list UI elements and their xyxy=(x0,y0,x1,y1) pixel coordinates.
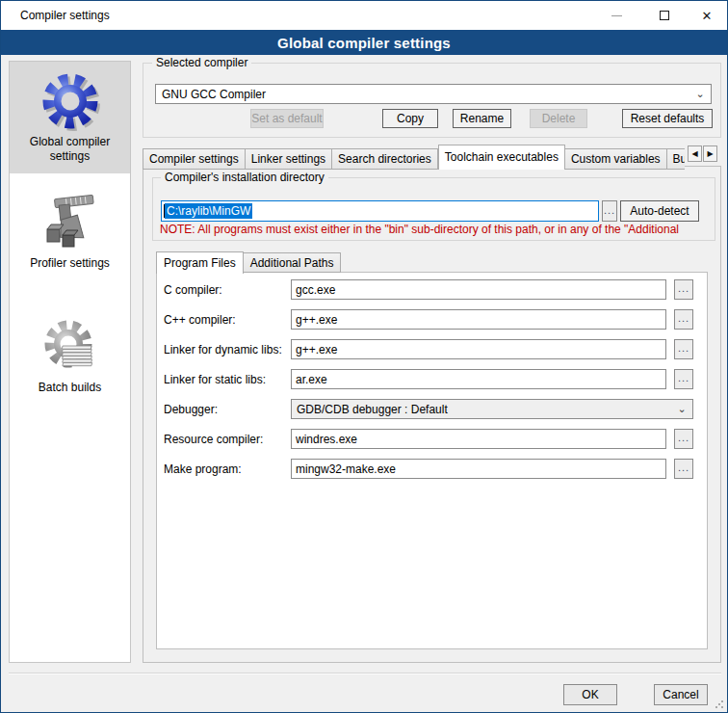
browse-button[interactable]: ... xyxy=(674,369,693,389)
sidebar-item-profiler-settings[interactable]: Profiler settings xyxy=(10,183,130,280)
browse-button[interactable]: ... xyxy=(674,309,693,330)
tab-custom-variables[interactable]: Custom variables xyxy=(565,148,667,170)
chevron-down-icon: ⌄ xyxy=(671,403,692,415)
cpp-compiler-input[interactable] xyxy=(291,309,666,330)
field-row-make-program: Make program: ... xyxy=(164,459,693,479)
reset-defaults-button[interactable]: Reset defaults xyxy=(622,109,713,128)
debugger-select-value: GDB/CDB debugger : Default xyxy=(292,403,671,416)
tab-list: Compiler settings Linker settings Search… xyxy=(143,144,685,170)
tab-scroll-right-button[interactable]: ▶ xyxy=(703,145,717,162)
footer-divider xyxy=(9,673,721,674)
close-icon: ✕ xyxy=(702,10,713,22)
tab-toolchain-executables[interactable]: Toolchain executables xyxy=(438,145,565,170)
tab-scroll-buttons: ◀ ▶ xyxy=(687,145,717,162)
settings-tab-strip: Compiler settings Linker settings Search… xyxy=(143,144,721,167)
page-title: Global compiler settings xyxy=(277,35,451,51)
dialog-banner: Global compiler settings xyxy=(1,30,727,55)
delete-button[interactable]: Delete xyxy=(530,109,587,128)
resize-grip[interactable] xyxy=(715,700,724,709)
installation-directory-group: Compiler's installation directory C:\ray… xyxy=(152,177,715,241)
installation-directory-input[interactable]: C:\raylib\MinGW xyxy=(161,200,599,222)
auto-detect-button[interactable]: Auto-detect xyxy=(620,200,699,222)
toolchain-executables-panel: Compiler's installation directory C:\ray… xyxy=(143,166,721,663)
settings-sidebar: Global compiler settings xyxy=(9,61,131,663)
compiler-settings-dialog: Compiler settings ✕ Global compiler sett… xyxy=(0,0,728,713)
selected-compiler-group: Selected compiler GNU GCC Compiler ⌄ Set… xyxy=(143,63,721,138)
gear-icon xyxy=(39,69,101,131)
chevron-down-icon: ⌄ xyxy=(689,88,711,100)
group-label: Compiler's installation directory xyxy=(161,171,328,184)
field-label: Make program: xyxy=(164,462,291,476)
tab-additional-paths[interactable]: Additional Paths xyxy=(244,252,342,273)
browse-button[interactable]: ... xyxy=(674,339,693,359)
field-label: Debugger: xyxy=(164,403,291,416)
note-text: NOTE: All programs must exist either in … xyxy=(160,223,711,236)
sidebar-item-label: Global compiler settings xyxy=(13,135,126,164)
field-row-cpp-compiler: C++ compiler: ... xyxy=(164,309,693,330)
compiler-select[interactable]: GNU GCC Compiler ⌄ xyxy=(155,84,712,104)
title-bar[interactable]: Compiler settings ✕ xyxy=(1,1,727,30)
compiler-select-value: GNU GCC Compiler xyxy=(156,88,689,101)
rename-button[interactable]: Rename xyxy=(453,109,511,128)
c-compiler-input[interactable] xyxy=(291,279,666,300)
field-row-dynamic-linker: Linker for dynamic libs: ... xyxy=(164,339,693,359)
left-arrow-icon: ◀ xyxy=(691,149,697,158)
make-program-input[interactable] xyxy=(291,459,666,479)
sidebar-item-global-compiler-settings[interactable]: Global compiler settings xyxy=(10,62,130,173)
maximize-button[interactable] xyxy=(648,1,681,30)
browse-button[interactable]: ... xyxy=(674,429,693,449)
field-row-debugger: Debugger: GDB/CDB debugger : Default ⌄ xyxy=(164,399,693,419)
dynamic-linker-input[interactable] xyxy=(291,339,666,359)
resource-compiler-input[interactable] xyxy=(291,429,666,449)
sidebar-item-label: Batch builds xyxy=(13,381,126,395)
minimize-button[interactable] xyxy=(600,1,633,30)
program-files-tab-strip: Program Files Additional Paths xyxy=(156,251,341,273)
browse-directory-button[interactable]: ... xyxy=(602,200,617,222)
maximize-icon xyxy=(660,11,669,20)
static-linker-input[interactable] xyxy=(291,369,666,389)
selected-path-text: C:\raylib\MinGW xyxy=(165,203,252,219)
tab-linker-settings[interactable]: Linker settings xyxy=(246,148,332,170)
debugger-select[interactable]: GDB/CDB debugger : Default ⌄ xyxy=(291,399,693,419)
field-label: C++ compiler: xyxy=(164,313,291,327)
group-label: Selected compiler xyxy=(152,56,251,69)
field-row-static-linker: Linker for static libs: ... xyxy=(164,369,693,389)
minimize-icon xyxy=(611,15,622,16)
tab-scroll-left-button[interactable]: ◀ xyxy=(688,145,702,162)
tab-search-directories[interactable]: Search directories xyxy=(332,148,438,170)
field-row-resource-compiler: Resource compiler: ... xyxy=(164,429,693,449)
field-label: C compiler: xyxy=(164,283,291,297)
copy-button[interactable]: Copy xyxy=(382,109,438,128)
gear-stack-icon xyxy=(39,315,101,377)
field-label: Linker for static libs: xyxy=(164,373,291,386)
browse-button[interactable]: ... xyxy=(674,279,693,300)
tab-program-files[interactable]: Program Files xyxy=(156,251,244,274)
cancel-button[interactable]: Cancel xyxy=(654,684,708,705)
window-title: Compiler settings xyxy=(20,9,110,22)
sidebar-item-batch-builds[interactable]: Batch builds xyxy=(10,307,130,405)
close-button[interactable]: ✕ xyxy=(690,1,723,30)
field-label: Linker for dynamic libs: xyxy=(164,343,291,356)
program-files-panel: C compiler: ... C++ compiler: ... Linker… xyxy=(156,272,708,649)
tab-build-options[interactable]: Builc xyxy=(667,148,685,170)
sidebar-item-label: Profiler settings xyxy=(13,256,126,271)
ok-button[interactable]: OK xyxy=(563,684,617,705)
field-label: Resource compiler: xyxy=(164,433,291,446)
right-arrow-icon: ▶ xyxy=(707,149,713,158)
caliper-icon xyxy=(39,191,101,252)
browse-button[interactable]: ... xyxy=(674,459,693,479)
tab-compiler-settings[interactable]: Compiler settings xyxy=(143,148,246,170)
field-row-c-compiler: C compiler: ... xyxy=(164,279,693,300)
set-as-default-button[interactable]: Set as default xyxy=(250,109,324,128)
